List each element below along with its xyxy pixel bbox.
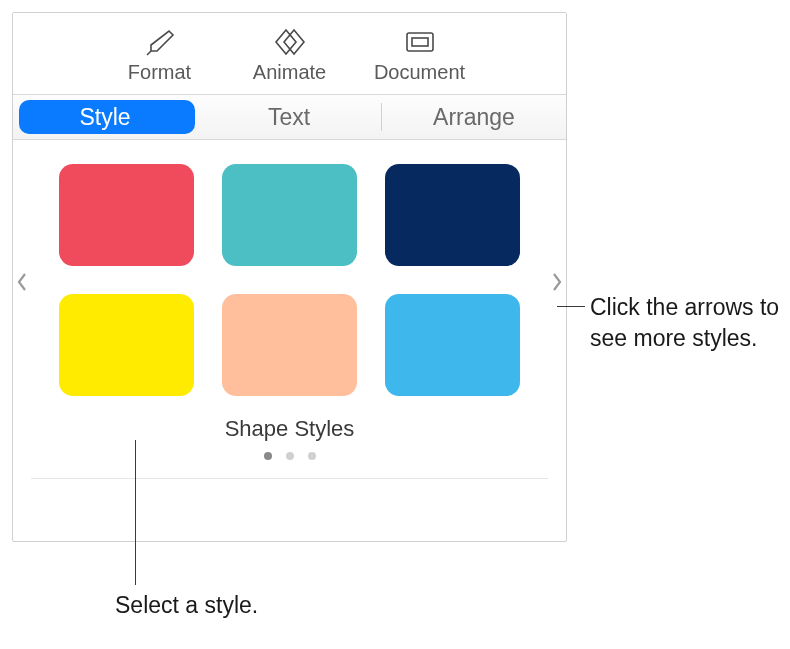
document-label: Document bbox=[374, 61, 465, 84]
shape-styles-title: Shape Styles bbox=[13, 416, 566, 442]
inspector-tabs: Style Text Arrange bbox=[13, 94, 566, 140]
style-swatch-6[interactable] bbox=[385, 294, 520, 396]
page-dot-3[interactable] bbox=[308, 452, 316, 460]
inspector-toolbar: Format Animate Document bbox=[13, 13, 566, 94]
styles-next-arrow[interactable] bbox=[548, 269, 566, 295]
callout-select: Select a style. bbox=[115, 590, 258, 621]
tab-arrange[interactable]: Arrange bbox=[382, 95, 566, 139]
page-dots bbox=[13, 452, 566, 460]
callout-line-arrows bbox=[557, 306, 585, 307]
callout-line-select bbox=[135, 440, 136, 585]
format-tab-button[interactable]: Format bbox=[110, 27, 210, 84]
styles-prev-arrow[interactable] bbox=[13, 269, 31, 295]
document-tab-button[interactable]: Document bbox=[370, 27, 470, 84]
divider-rule bbox=[31, 478, 548, 479]
tab-arrange-label: Arrange bbox=[433, 104, 515, 131]
swatch-grid bbox=[59, 158, 520, 406]
callout-arrows: Click the arrows to see more styles. bbox=[590, 292, 780, 354]
style-swatch-4[interactable] bbox=[59, 294, 194, 396]
tab-text[interactable]: Text bbox=[197, 95, 381, 139]
document-icon bbox=[399, 27, 441, 57]
paintbrush-icon bbox=[139, 27, 181, 57]
animate-label: Animate bbox=[253, 61, 326, 84]
style-swatch-2[interactable] bbox=[222, 164, 357, 266]
tab-text-label: Text bbox=[268, 104, 310, 131]
animate-tab-button[interactable]: Animate bbox=[240, 27, 340, 84]
page-dot-2[interactable] bbox=[286, 452, 294, 460]
tab-style[interactable]: Style bbox=[13, 95, 197, 139]
tab-style-label: Style bbox=[79, 104, 130, 131]
inspector-panel: Format Animate Document Style bbox=[12, 12, 567, 542]
style-swatch-5[interactable] bbox=[222, 294, 357, 396]
style-swatch-3[interactable] bbox=[385, 164, 520, 266]
svg-rect-1 bbox=[412, 38, 428, 46]
format-label: Format bbox=[128, 61, 191, 84]
page-dot-1[interactable] bbox=[264, 452, 272, 460]
style-swatch-1[interactable] bbox=[59, 164, 194, 266]
svg-rect-0 bbox=[407, 33, 433, 51]
diamond-icon bbox=[269, 27, 311, 57]
shape-styles-area: Shape Styles bbox=[13, 140, 566, 479]
